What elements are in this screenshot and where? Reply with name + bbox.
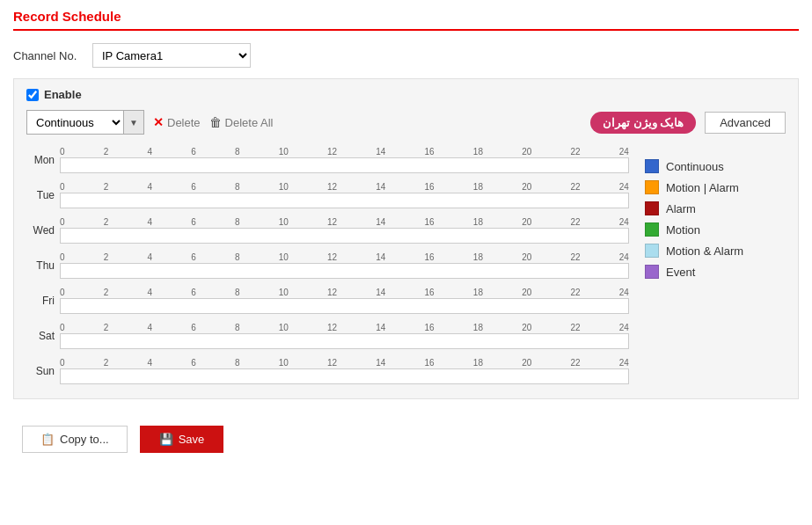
enable-checkbox[interactable]	[26, 89, 39, 101]
day-label-tue: Tue	[26, 189, 60, 201]
day-label-mon: Mon	[26, 154, 60, 166]
copy-icon: 📋	[40, 433, 55, 446]
legend-item: Motion	[645, 222, 786, 237]
legend-color-swatch	[645, 244, 659, 258]
timeline-numbers: 024681012141618202224	[60, 147, 629, 157]
legend-color-swatch	[645, 265, 659, 279]
day-label-wed: Wed	[26, 224, 60, 237]
legend-item-label: Event	[666, 266, 695, 279]
delete-all-label: Delete All	[225, 116, 274, 129]
legend-item-label: Motion | Alarm	[666, 181, 739, 194]
day-label-thu: Thu	[26, 259, 60, 272]
delete-x-icon: ✕	[153, 115, 164, 129]
save-label: Save	[179, 433, 205, 446]
timeline-bar-sat[interactable]	[60, 333, 629, 349]
legend-item: Motion | Alarm	[645, 180, 786, 194]
day-row: Fri024681012141618202224	[26, 288, 629, 314]
timeline-numbers: 024681012141618202224	[60, 182, 629, 193]
legend-item: Continuous	[645, 159, 786, 173]
day-timeline-wrap: 024681012141618202224	[60, 147, 629, 173]
timeline-numbers: 024681012141618202224	[60, 252, 629, 263]
timeline-bar-mon[interactable]	[60, 157, 629, 173]
page-title: Record Schedule	[13, 9, 121, 24]
day-row: Sun024681012141618202224	[26, 358, 629, 384]
day-timeline-wrap: 024681012141618202224	[60, 323, 629, 349]
legend-color-swatch	[645, 159, 659, 173]
trash-icon: 🗑	[209, 115, 222, 129]
day-timeline-wrap: 024681012141618202224	[60, 288, 629, 314]
timeline-bar-wed[interactable]	[60, 228, 629, 244]
copy-label: Copy to...	[60, 433, 109, 446]
day-row: Thu024681012141618202224	[26, 252, 629, 279]
delete-label: Delete	[167, 116, 201, 129]
legend-item-label: Motion	[666, 223, 700, 237]
legend-item: Event	[645, 265, 786, 279]
timeline-bar-fri[interactable]	[60, 298, 629, 314]
channel-label: Channel No.	[13, 49, 84, 62]
day-timeline-wrap: 024681012141618202224	[60, 217, 629, 244]
save-icon: 💾	[159, 433, 173, 446]
legend-color-swatch	[645, 180, 659, 194]
delete-button[interactable]: ✕ Delete	[153, 115, 201, 129]
day-label-fri: Fri	[26, 295, 60, 307]
timeline-bar-sun[interactable]	[60, 368, 629, 384]
day-timeline-wrap: 024681012141618202224	[60, 182, 629, 208]
channel-select[interactable]: IP Camera1 IP Camera2 IP Camera3 IP Came…	[92, 43, 251, 68]
type-select-arrow[interactable]: ▼	[123, 110, 144, 135]
promo-badge: هایک ویژن تهران	[590, 112, 696, 134]
legend-item-label: Motion & Alarm	[666, 244, 743, 258]
day-label-sun: Sun	[26, 365, 60, 377]
legend-item-label: Alarm	[666, 202, 696, 215]
day-timeline-wrap: 024681012141618202224	[60, 252, 629, 279]
schedule-legend: ContinuousMotion | AlarmAlarmMotionMotio…	[645, 147, 786, 386]
timeline-bar-thu[interactable]	[60, 263, 629, 279]
type-select[interactable]: Continuous Motion Alarm Motion | Alarm M…	[26, 110, 123, 135]
day-label-sat: Sat	[26, 330, 60, 342]
day-row: Sat024681012141618202224	[26, 323, 629, 349]
timeline-bar-tue[interactable]	[60, 193, 629, 208]
legend-item-label: Continuous	[666, 160, 724, 173]
timeline-numbers: 024681012141618202224	[60, 288, 629, 298]
advanced-button[interactable]: Advanced	[705, 112, 786, 134]
legend-color-swatch	[645, 222, 659, 237]
type-select-wrap: Continuous Motion Alarm Motion | Alarm M…	[26, 110, 144, 135]
enable-label: Enable	[44, 88, 82, 101]
day-timeline-wrap: 024681012141618202224	[60, 358, 629, 384]
legend-item: Alarm	[645, 201, 786, 215]
save-button[interactable]: 💾 Save	[140, 426, 224, 453]
legend-item: Motion & Alarm	[645, 244, 786, 258]
schedule-grid: Mon024681012141618202224Tue0246810121416…	[26, 147, 629, 386]
day-row: Tue024681012141618202224	[26, 182, 629, 208]
timeline-numbers: 024681012141618202224	[60, 358, 629, 368]
legend-color-swatch	[645, 201, 659, 215]
delete-all-button[interactable]: 🗑 Delete All	[209, 115, 274, 129]
copy-to-button[interactable]: 📋 Copy to...	[22, 426, 128, 453]
timeline-numbers: 024681012141618202224	[60, 217, 629, 228]
day-row: Wed024681012141618202224	[26, 217, 629, 244]
day-row: Mon024681012141618202224	[26, 147, 629, 173]
timeline-numbers: 024681012141618202224	[60, 323, 629, 333]
